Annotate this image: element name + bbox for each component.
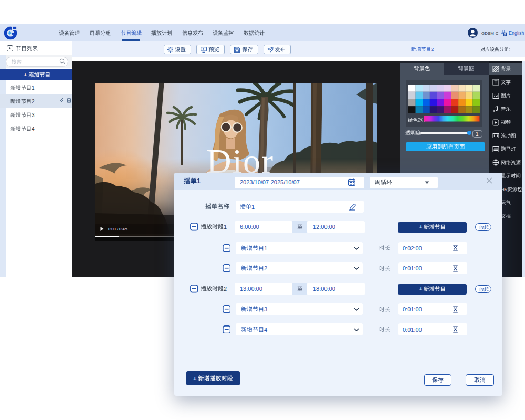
svg-text:0:01:00: 0:01:00	[403, 326, 422, 332]
svg-text:+: +	[419, 224, 422, 230]
svg-text:0:01:00: 0:01:00	[403, 265, 422, 271]
svg-text:4: 4	[264, 326, 267, 332]
svg-text:3: 3	[32, 112, 35, 118]
svg-text:1: 1	[264, 245, 267, 251]
svg-text:4: 4	[32, 125, 35, 131]
svg-text:18:00:00: 18:00:00	[313, 286, 335, 292]
svg-text:0:02:00: 0:02:00	[403, 245, 422, 251]
svg-text:13:00:00: 13:00:00	[240, 286, 262, 292]
svg-text:+: +	[24, 71, 27, 78]
svg-text:1: 1	[32, 85, 35, 90]
svg-text:2: 2	[32, 98, 35, 104]
svg-text:0:00 / 0:45: 0:00 / 0:45	[108, 227, 127, 232]
svg-text:1: 1	[476, 131, 479, 137]
svg-text:3: 3	[264, 306, 267, 312]
svg-text:2: 2	[264, 265, 267, 271]
svg-text:+: +	[419, 286, 422, 292]
svg-text:English: English	[509, 30, 524, 35]
svg-text:0:01:00: 0:01:00	[403, 306, 422, 312]
svg-text:1: 1	[224, 224, 227, 230]
svg-text:2: 2	[431, 46, 434, 52]
svg-text:12:00:00: 12:00:00	[313, 224, 335, 230]
svg-text:1: 1	[197, 177, 201, 185]
svg-text:2023/10/07-2025/10/07: 2023/10/07-2025/10/07	[240, 178, 300, 185]
svg-text:2: 2	[224, 286, 227, 292]
svg-text:+: +	[193, 375, 196, 381]
svg-text:GDSM-C: GDSM-C	[481, 30, 499, 35]
svg-text:1: 1	[251, 203, 255, 209]
svg-text:6:00:00: 6:00:00	[240, 224, 259, 230]
